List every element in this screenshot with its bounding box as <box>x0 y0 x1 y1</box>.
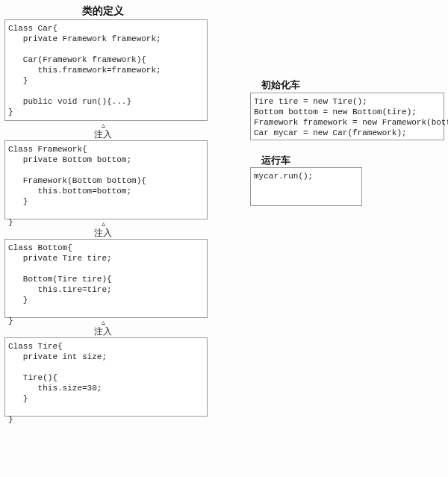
heading-init-car: 初始化车 <box>261 78 300 92</box>
diagram-canvas: 类的定义 初始化车 运行车 Class Car{ private Framewo… <box>0 0 448 477</box>
heading-class-definition: 类的定义 <box>82 4 124 18</box>
class-box-framework: Class Framework{ private Bottom bottom; … <box>4 140 208 219</box>
arrow-head-icon: ▵ <box>88 319 118 326</box>
arrow-label: 注入 <box>88 228 118 238</box>
code-car: Class Car{ private Framework framework; … <box>8 23 202 117</box>
arrow-bottom-tire: ▵ 注入 <box>88 319 118 337</box>
arrow-label: 注入 <box>88 326 118 337</box>
code-box-init-car: Tire tire = new Tire(); Bottom bottom = … <box>250 93 444 140</box>
code-framework: Class Framework{ private Bottom bottom; … <box>8 144 202 228</box>
code-init-car: Tire tire = new Tire(); Bottom bottom = … <box>254 96 439 138</box>
arrow-car-framework: ▵ 注入 <box>88 122 118 140</box>
arrow-label: 注入 <box>88 129 118 140</box>
code-run-car: mycar.run(); <box>254 171 357 192</box>
code-box-run-car: mycar.run(); <box>250 167 362 206</box>
class-box-car: Class Car{ private Framework framework; … <box>4 19 208 121</box>
code-tire: Class Tire{ private int size; Tire(){ th… <box>8 341 202 425</box>
arrow-framework-bottom: ▵ 注入 <box>88 220 118 238</box>
heading-run-car: 运行车 <box>261 154 290 167</box>
class-box-bottom: Class Bottom{ private Tire tire; Bottom(… <box>4 239 208 318</box>
code-bottom: Class Bottom{ private Tire tire; Bottom(… <box>8 243 202 326</box>
class-box-tire: Class Tire{ private int size; Tire(){ th… <box>4 337 208 417</box>
arrow-head-icon: ▵ <box>88 122 118 129</box>
arrow-head-icon: ▵ <box>88 220 118 228</box>
